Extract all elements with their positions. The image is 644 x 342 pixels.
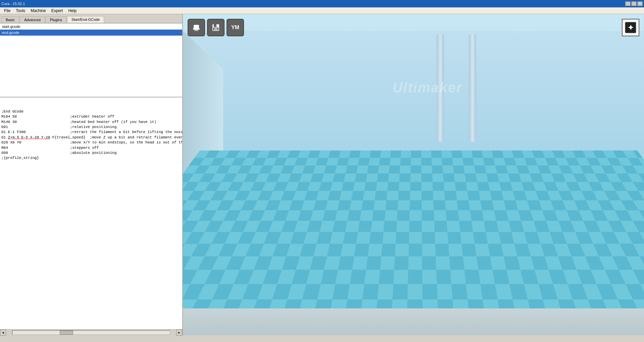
save-icon (211, 23, 220, 32)
file-list[interactable]: start.gcodeend.gcode (0, 24, 182, 97)
scroll-thumb[interactable] (60, 331, 73, 335)
cura-logo: ✦ (622, 19, 639, 36)
svg-rect-6 (214, 28, 217, 30)
code-line-2: M140 S0 ;heated bed heater off (if you h… (1, 120, 181, 125)
code-editor[interactable]: ;End GCodeM104 S0 ;extruder heater offM1… (0, 97, 182, 329)
svg-text:✦: ✦ (628, 24, 634, 32)
code-line-3: G91 ;relative positioning (1, 125, 181, 130)
left-panel: BasicAdvancedPluginsStart/End-GCode star… (0, 14, 183, 335)
svg-rect-2 (194, 30, 198, 31)
scroll-track[interactable] (12, 330, 170, 335)
code-line-8: G90 ;absolute positioning (1, 151, 181, 156)
menu-bar: FileToolsMachineExpertHelp (0, 7, 644, 14)
load-model-button[interactable] (188, 19, 205, 36)
menu-item-machine[interactable]: Machine (28, 8, 48, 14)
code-line-9: ;{profile_string} (1, 156, 181, 161)
cura-logo-icon: ✦ (625, 22, 637, 34)
code-line-6: G28 X0 Y0 ;move X/Y to min endstops, so … (1, 140, 181, 145)
code-line-4: G1 E-1 F300 ;retract the filament a bit … (1, 130, 181, 135)
menu-item-expert[interactable]: Expert (49, 8, 66, 14)
svg-rect-0 (193, 28, 200, 30)
minimize-button[interactable]: ─ (625, 1, 631, 6)
tab-plugins[interactable]: Plugins (46, 16, 66, 23)
tab-start-end-gcode[interactable]: Start/End-GCode (67, 16, 104, 23)
tab-advanced[interactable]: Advanced (20, 16, 45, 23)
title-bar-controls: ─ □ ✕ (625, 1, 643, 6)
scroll-left-arrow[interactable]: ◄ (0, 330, 6, 336)
menu-item-file[interactable]: File (1, 8, 13, 14)
tabs-row: BasicAdvancedPluginsStart/End-GCode (0, 14, 182, 24)
printer-rod-right (469, 34, 476, 142)
code-line-1: M104 S0 ;extruder heater off (1, 114, 181, 119)
printer-bed (183, 151, 644, 335)
svg-rect-1 (194, 25, 199, 28)
horizontal-scrollbar[interactable]: ◄ ► (0, 329, 182, 335)
viewport-panel: Ultimaker YM ✦ (183, 14, 644, 335)
menu-item-help[interactable]: Help (65, 8, 79, 14)
code-error-highlight: Z+0.5 E-5 X-20 Y-20 (8, 135, 50, 139)
tab-basic[interactable]: Basic (1, 16, 19, 23)
logo-area: ✦ (622, 19, 639, 36)
title-bar-title: Cura - 15.02.1 (1, 2, 25, 6)
menu-item-tools[interactable]: Tools (13, 8, 28, 14)
stamp-icon (192, 23, 201, 32)
scroll-right-arrow[interactable]: ► (176, 330, 182, 336)
viewport-toolbar: YM (188, 19, 244, 36)
file-item-start-gcode[interactable]: start.gcode (0, 24, 182, 30)
file-item-end-gcode[interactable]: end.gcode (0, 30, 182, 36)
maximize-button[interactable]: □ (631, 1, 637, 6)
printer-bed-container (183, 151, 644, 335)
viewport-floor (183, 308, 644, 335)
code-line-0: ;End GCode (1, 109, 181, 114)
brand-text: Ultimaker (392, 80, 462, 96)
title-bar: Cura - 15.02.1 ─ □ ✕ (0, 0, 644, 7)
close-button[interactable]: ✕ (637, 1, 643, 6)
code-line-7: M84 ;steppers off (1, 145, 181, 151)
app-body: BasicAdvancedPluginsStart/End-GCode star… (0, 14, 644, 335)
ym-button[interactable]: YM (227, 19, 244, 36)
code-line-5: G1 Z+0.5 E-5 X-20 Y-20 F{travel_speed} ;… (1, 135, 181, 140)
svg-rect-4 (214, 24, 216, 27)
save-button[interactable] (207, 19, 225, 36)
